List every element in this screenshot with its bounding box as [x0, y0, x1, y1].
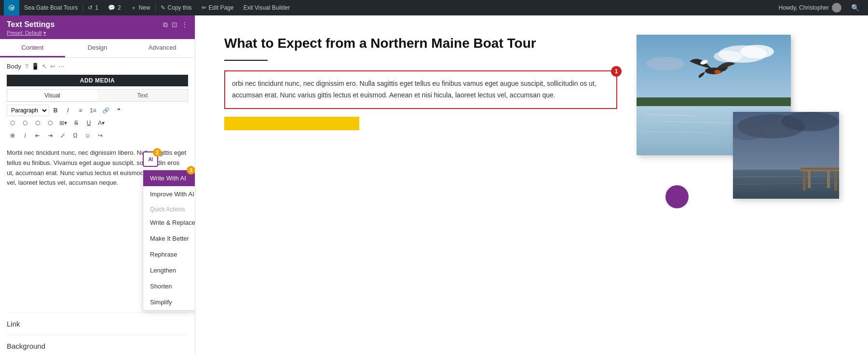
images-section	[637, 35, 839, 199]
image-stack	[637, 35, 839, 199]
svg-point-4	[740, 45, 774, 58]
more-options-icon[interactable]: ⋯	[58, 63, 65, 70]
undo-icon[interactable]: ↩	[50, 63, 55, 70]
svg-rect-29	[827, 171, 830, 188]
link-section-label: Link	[0, 316, 195, 332]
admin-bar: W Sea Gate Boat Tours ↺ 1 💬 2 ＋ New ✎ Co…	[0, 0, 868, 15]
sidebar-header: Text Settings ⧉ ⊡ ⋮ Preset: Default ▾	[0, 15, 195, 39]
strikethrough-button[interactable]: S	[70, 117, 82, 129]
write-replace-item[interactable]: Write & Replace	[143, 215, 195, 231]
numbered-list-button[interactable]: 1≡	[87, 105, 99, 116]
svg-point-5	[714, 51, 743, 62]
toolbar-row-2: ⬡ ⬡ ⬡ ⬡ ⊞▾ S U A▾	[7, 117, 188, 129]
badge-2: 2	[153, 148, 162, 157]
lengthen-item[interactable]: Lengthen	[143, 262, 195, 278]
svg-rect-27	[834, 171, 837, 191]
align-justify-button[interactable]: ⬡	[44, 117, 56, 129]
sidebar: Text Settings ⧉ ⊡ ⋮ Preset: Default ▾ Co…	[0, 15, 195, 354]
avatar	[832, 3, 841, 13]
svg-rect-28	[808, 171, 811, 188]
sidebar-title: Text Settings	[7, 20, 54, 29]
user-info[interactable]: Howdy, Christopher	[774, 3, 846, 13]
link-button[interactable]: 🔗	[100, 105, 112, 116]
ai-button[interactable]: AI 2	[143, 151, 158, 167]
bold-button[interactable]: B	[50, 105, 61, 116]
badge-3: 3	[187, 166, 195, 175]
visual-tab[interactable]: Visual	[7, 90, 97, 101]
svg-point-20	[781, 112, 839, 131]
svg-point-6	[646, 57, 685, 70]
table-button[interactable]: ⊞▾	[57, 117, 69, 129]
divider-2	[7, 335, 188, 335]
yellow-bar	[224, 117, 359, 130]
align-right-button[interactable]: ⬡	[32, 117, 43, 129]
body-row: Body ? 📱 ↖ ↩ ⋯	[7, 63, 188, 70]
indent-right-button[interactable]: ⇥	[44, 130, 56, 141]
blockquote-button[interactable]: ❝	[113, 105, 124, 116]
improve-with-ai-item[interactable]: Improve With AI	[143, 186, 195, 202]
background-section-label: Background	[0, 338, 195, 354]
help-icon[interactable]: ?	[25, 63, 28, 70]
paste-button[interactable]: ⊕	[7, 130, 18, 141]
simplify-item[interactable]: Simplify	[143, 294, 195, 310]
page-canvas: What to Expect from a Northern Maine Boa…	[195, 15, 868, 354]
rephrase-item[interactable]: Rephrase	[143, 246, 195, 262]
article-section: What to Expect from a Northern Maine Boa…	[224, 35, 617, 130]
svg-point-17	[714, 70, 721, 74]
add-media-button[interactable]: ADD MEDIA	[7, 75, 188, 86]
sidebar-header-icons: ⧉ ⊡ ⋮	[163, 21, 188, 29]
body-section: Body ? 📱 ↖ ↩ ⋯	[0, 58, 195, 72]
indent-left-button[interactable]: ⇤	[32, 130, 43, 141]
badge-1: 1	[611, 66, 622, 77]
page-inner: What to Expect from a Northern Maine Boa…	[195, 15, 868, 218]
article-title: What to Expect from a Northern Maine Boa…	[224, 35, 617, 52]
emoji-button[interactable]: ☺	[82, 130, 94, 141]
ai-dropdown: 3 Write With AI Improve With AI Quick Ac…	[143, 170, 195, 311]
exit-builder-button[interactable]: Exit Visual Builder	[239, 0, 295, 15]
italic-button[interactable]: I	[62, 105, 74, 116]
selected-text-box: 1 orbi nec tincidunt nunc, nec dignissim…	[224, 70, 617, 109]
app-layout: Text Settings ⧉ ⊡ ⋮ Preset: Default ▾ Co…	[0, 0, 868, 354]
toolbar-row-1: Paragraph Heading 1 Heading 2 B I ≡ 1≡ 🔗…	[7, 105, 188, 116]
special-char-button[interactable]: Ω	[69, 130, 81, 141]
tab-design[interactable]: Design	[65, 39, 130, 57]
mobile-icon[interactable]: 📱	[31, 63, 39, 70]
body-label: Body	[7, 63, 21, 70]
site-name[interactable]: Sea Gate Boat Tours	[19, 0, 82, 15]
tab-advanced[interactable]: Advanced	[130, 39, 195, 57]
comments[interactable]: 💬 2	[103, 0, 126, 15]
underline-button[interactable]: U	[83, 117, 95, 129]
sidebar-tabs: Content Design Advanced	[0, 39, 195, 58]
wordpress-logo[interactable]: W	[4, 0, 19, 15]
svg-rect-26	[803, 171, 806, 191]
italic2-button[interactable]: i	[19, 130, 31, 141]
svg-rect-7	[637, 97, 791, 107]
align-center-button[interactable]: ⬡	[19, 117, 31, 129]
cursor-icon[interactable]: ↖	[42, 63, 47, 70]
revisions[interactable]: ↺ 1	[83, 0, 103, 15]
quick-actions-label: Quick Actions	[143, 202, 195, 215]
make-it-better-item[interactable]: Make It Better	[143, 231, 195, 246]
redo-button[interactable]: ↪	[95, 130, 106, 141]
edit-page-button[interactable]: ✏ Edit Page	[197, 0, 239, 15]
search-icon[interactable]: 🔍	[846, 4, 864, 12]
copy-icon[interactable]: ⧉	[163, 21, 168, 29]
shorten-item[interactable]: Shorten	[143, 278, 195, 294]
bullet-list-button[interactable]: ≡	[75, 105, 86, 116]
copy-this-button[interactable]: ✎ Copy this	[156, 0, 197, 15]
more-icon[interactable]: ⋮	[181, 21, 188, 28]
ai-label: AI	[149, 157, 153, 162]
fullscreen-button[interactable]: ⤢	[57, 130, 68, 141]
toolbar-row-3: ⊕ i ⇤ ⇥ ⤢ Ω ☺ ↪	[7, 130, 188, 141]
paragraph-select[interactable]: Paragraph Heading 1 Heading 2	[7, 105, 49, 116]
text-color-button[interactable]: A▾	[95, 117, 107, 129]
new-button[interactable]: ＋ New	[126, 0, 155, 15]
align-left-button[interactable]: ⬡	[7, 117, 18, 129]
tab-content[interactable]: Content	[0, 39, 65, 57]
editor-view-tabs: Visual Text	[7, 89, 188, 102]
text-tab[interactable]: Text	[97, 90, 188, 101]
sidebar-preset: Preset: Default ▾	[7, 30, 188, 36]
dock-image	[733, 112, 839, 199]
svg-text:W: W	[10, 6, 14, 10]
expand-icon[interactable]: ⊡	[172, 21, 177, 28]
